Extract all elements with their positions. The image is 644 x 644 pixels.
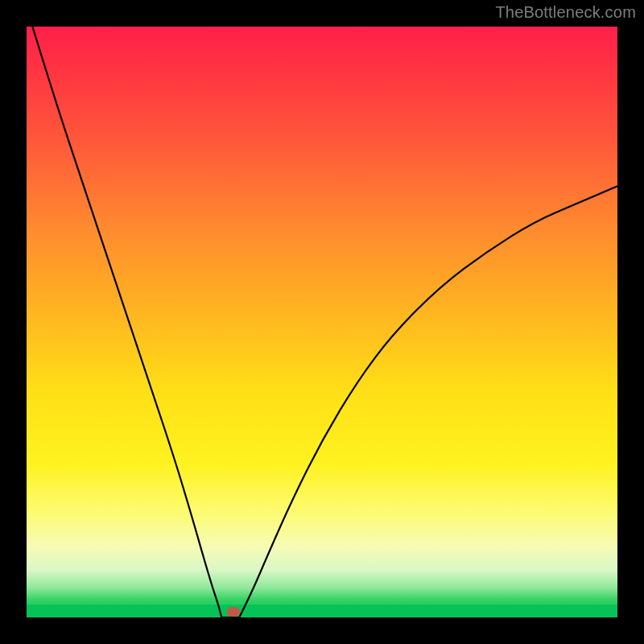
plot-area [27,27,617,617]
bottleneck-curve [27,27,617,617]
chart-frame: TheBottleneck.com [0,0,644,644]
current-config-marker [227,607,240,617]
curve-left-branch [32,27,221,617]
curve-right-branch [239,186,617,617]
watermark-text: TheBottleneck.com [495,3,636,22]
